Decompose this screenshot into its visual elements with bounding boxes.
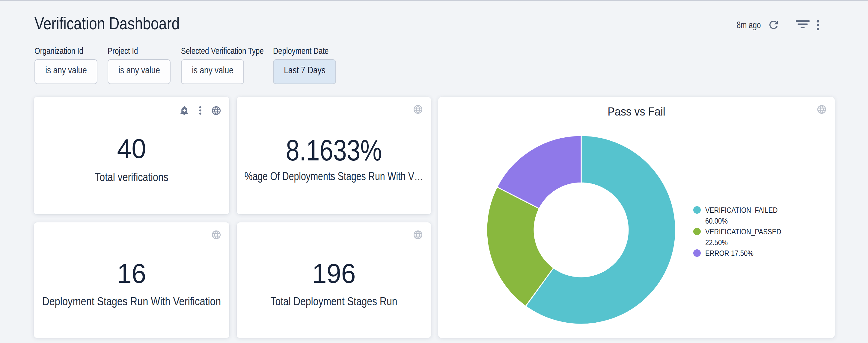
filter-label: Deployment Date bbox=[273, 46, 329, 56]
kpi-label: Deployment Stages Run With Verification bbox=[42, 296, 221, 307]
filter-label: Organization Id bbox=[34, 46, 85, 56]
page-title: Verification Dashboard bbox=[34, 15, 180, 32]
legend-label: ERROR 17.50% bbox=[705, 248, 785, 259]
dashboard-more-icon[interactable] bbox=[810, 18, 826, 33]
kpi-value: 16 bbox=[117, 260, 146, 287]
filter-value-text: is any value bbox=[45, 65, 87, 76]
legend-swatch-icon bbox=[693, 249, 701, 257]
filter-deployment-date: Deployment Date Last 7 Days bbox=[273, 44, 343, 84]
filter-value-button[interactable]: is any value bbox=[181, 59, 244, 84]
last-refresh-age: 8m ago bbox=[737, 20, 761, 31]
filter-label: Project Id bbox=[107, 46, 158, 56]
tile-total-deployment-stages-run: 196 Total Deployment Stages Run bbox=[237, 222, 431, 338]
explore-globe-icon[interactable] bbox=[211, 230, 221, 241]
kpi-label: Total Deployment Stages Run bbox=[270, 296, 397, 307]
tile-deployment-stages-run-with-verification: 16 Deployment Stages Run With Verificati… bbox=[34, 222, 229, 338]
filter-value-button[interactable]: is any value bbox=[34, 59, 97, 84]
kpi-value: 196 bbox=[312, 260, 356, 287]
filter-icon[interactable] bbox=[796, 20, 810, 28]
tile-pass-vs-fail: Pass vs Fail VERIFICATION_FAILED 60.00%V… bbox=[438, 97, 835, 338]
tile-pct-deployments-with-verification: 8.1633% %age Of Deployments Stages Run W… bbox=[237, 97, 431, 214]
filter-value-button[interactable]: Last 7 Days bbox=[273, 59, 336, 84]
filter-value-text: Last 7 Days bbox=[284, 65, 326, 76]
legend-swatch-icon bbox=[693, 206, 701, 214]
chart-legend: VERIFICATION_FAILED 60.00%VERIFICATION_P… bbox=[693, 205, 799, 259]
tile-total-verifications: 40 Total verifications bbox=[34, 97, 229, 214]
legend-label: VERIFICATION_PASSED 22.50% bbox=[705, 226, 785, 248]
refresh-icon[interactable] bbox=[767, 19, 780, 31]
kpi-label: %age Of Deployments Stages Run With V… bbox=[245, 170, 423, 182]
kpi-value: 8.1633% bbox=[286, 135, 382, 165]
top-border bbox=[0, 0, 868, 1]
legend-swatch-icon bbox=[693, 228, 701, 235]
legend-item[interactable]: VERIFICATION_FAILED 60.00% bbox=[693, 205, 799, 226]
filter-label: Selected Verification Type bbox=[181, 46, 264, 56]
explore-globe-icon[interactable] bbox=[413, 230, 423, 241]
explore-globe-icon[interactable] bbox=[211, 105, 221, 117]
filter-organization-id: Organization Id is any value bbox=[34, 44, 97, 84]
legend-item[interactable]: ERROR 17.50% bbox=[693, 248, 799, 259]
filter-value-text: is any value bbox=[192, 65, 234, 76]
legend-item[interactable]: VERIFICATION_PASSED 22.50% bbox=[693, 226, 799, 248]
tile-more-icon[interactable] bbox=[194, 104, 207, 118]
filter-selected-verification-type: Selected Verification Type is any value bbox=[181, 44, 284, 84]
filter-value-text: is any value bbox=[118, 65, 160, 76]
alert-bell-icon[interactable] bbox=[179, 105, 189, 117]
kpi-label: Total verifications bbox=[95, 171, 168, 183]
filter-value-button[interactable]: is any value bbox=[107, 59, 170, 84]
kpi-value: 40 bbox=[117, 135, 146, 162]
legend-label: VERIFICATION_FAILED 60.00% bbox=[705, 205, 785, 226]
filter-project-id: Project Id is any value bbox=[107, 44, 170, 84]
explore-globe-icon[interactable] bbox=[413, 104, 423, 116]
